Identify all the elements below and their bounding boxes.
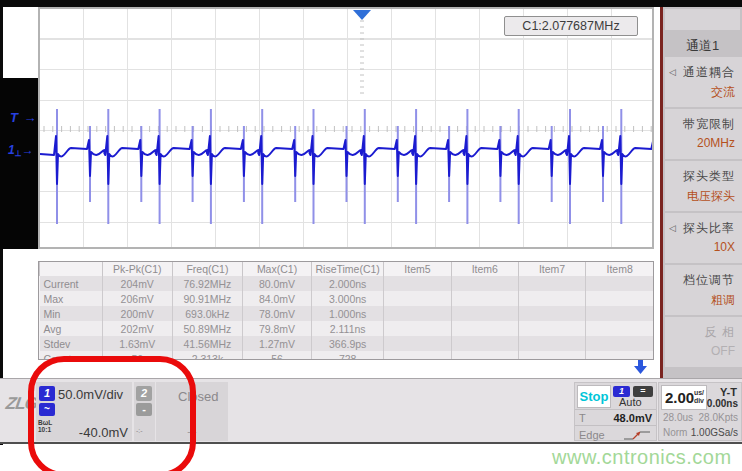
channel2-status-panel[interactable]: 2 - -:- xyxy=(134,382,155,441)
channel1-offset: -40.0mV xyxy=(36,425,128,440)
menu-item-label: 探头类型 xyxy=(683,168,735,185)
table-row: Max206mV90.91MHz84.0mV3.000ns xyxy=(40,291,654,306)
submenu-arrow-icon: ◁ xyxy=(669,223,676,233)
channel-menu: 通道1 ◁通道耦合交流带宽限制20MHz探头类型电压探头◁探头比率10X档位调节… xyxy=(660,7,742,378)
table-cell: 79.8mV xyxy=(242,321,311,336)
center-axis-ticks xyxy=(44,126,651,132)
table-cell xyxy=(451,291,518,306)
trigger-level-value: 48.0mV xyxy=(613,412,652,424)
timebase-unit: us/ div xyxy=(694,389,704,405)
menu-item-label: 反 相 xyxy=(705,324,735,341)
menu-item-5[interactable]: 档位调节粗调 xyxy=(665,265,742,315)
table-cell: 76.92MHz xyxy=(172,276,242,291)
channel1-scale: 50.0mV/div xyxy=(58,387,123,402)
timebase-scale-box[interactable]: 2.00 us/ div xyxy=(661,385,707,410)
table-row: Min200mV693.0kHz78.0mV1.000ns xyxy=(40,306,654,321)
table-cell xyxy=(586,291,653,306)
table-cell xyxy=(518,291,585,306)
table-cell xyxy=(586,306,653,321)
table-column-header: Item6 xyxy=(451,262,518,276)
table-row: Count562.313k56728 xyxy=(40,351,654,360)
table-column-header: Item7 xyxy=(518,262,585,276)
status-bar: ZLG® 1 50.0mV/div ~ BωL 10:1 -40.0mV 2 -… xyxy=(0,378,742,444)
trigger-mode: Auto xyxy=(619,396,642,408)
table-cell xyxy=(518,306,585,321)
table-row-label: Max xyxy=(40,291,103,306)
table-cell xyxy=(518,336,585,351)
menu-item-value: 粗调 xyxy=(711,292,735,309)
table-cell xyxy=(451,306,518,321)
table-scroll-down-icon[interactable] xyxy=(633,360,648,374)
table-cell: 50.89MHz xyxy=(172,321,242,336)
menu-title: 通道1 xyxy=(663,37,742,55)
frequency-readout: C1:2.077687MHz xyxy=(504,16,638,36)
menu-item-value: OFF xyxy=(711,344,735,358)
table-cell xyxy=(451,276,518,291)
table-cell: 78.0mV xyxy=(242,306,311,321)
acquisition-state[interactable]: Stop xyxy=(577,385,611,408)
table-cell xyxy=(518,276,585,291)
channel1-status-panel[interactable]: 1 50.0mV/div ~ BωL 10:1 -40.0mV xyxy=(36,382,132,441)
menu-item-label: 探头比率 xyxy=(683,220,735,237)
channel2-state: Closed xyxy=(178,389,218,404)
channel1-marker-number: 1 xyxy=(8,143,15,157)
channel2-offset: - - xyxy=(156,426,228,437)
trigger-panel[interactable]: Stop 1 = Auto T 48.0mV Edge xyxy=(574,382,657,441)
table-cell xyxy=(384,291,451,306)
table-cell: 56 xyxy=(102,351,172,360)
table-cell xyxy=(384,321,451,336)
table-cell: 200mV xyxy=(102,306,172,321)
trigger-type-row: Edge xyxy=(575,425,656,443)
table-cell xyxy=(451,351,518,360)
table-cell xyxy=(384,306,451,321)
trigger-level-marker[interactable]: T → xyxy=(10,110,38,125)
display-mode: Y-T xyxy=(720,386,737,398)
ac-coupling-icon: ~ xyxy=(39,403,55,416)
channel1-ground-marker[interactable]: 1⊥→ xyxy=(8,143,34,158)
menu-item-4[interactable]: ◁探头比率10X xyxy=(665,213,742,263)
timebase-panel[interactable]: 2.00 us/ div Y-T 0.00ns 28.0us 28.0Kpts … xyxy=(658,382,742,441)
menu-item-1[interactable]: ◁通道耦合交流 xyxy=(665,57,742,107)
trigger-level-label: T xyxy=(579,412,586,424)
table-column-header: Max(C1) xyxy=(242,262,311,276)
table-row-label: Avg xyxy=(40,321,103,336)
edge-slope-icon xyxy=(623,430,651,441)
menu-item-label: 带宽限制 xyxy=(683,116,735,133)
trigger-position-icon[interactable] xyxy=(353,10,371,20)
submenu-arrow-icon: ◁ xyxy=(669,67,676,77)
table-header-row: Pk-Pk(C1)Freq(C1)Max(C1)RiseTime(C1)Item… xyxy=(40,262,654,276)
trigger-level-row: T 48.0mV xyxy=(575,409,656,426)
trigger-delay: 0.00ns xyxy=(707,398,738,409)
table-cell xyxy=(451,336,518,351)
table-cell xyxy=(384,276,451,291)
table-cell: 2.313k xyxy=(172,351,242,360)
watermark: www.cntronics.com xyxy=(552,446,732,469)
timebase-scale: 2.00 xyxy=(665,389,694,406)
table-row: Stdev1.63mV41.56MHz1.27mV366.9ps xyxy=(40,336,654,351)
table-cell xyxy=(586,336,653,351)
table-column-header xyxy=(40,262,103,276)
table-column-header: Pk-Pk(C1) xyxy=(102,262,172,276)
measurement-table-wrap: Pk-Pk(C1)Freq(C1)Max(C1)RiseTime(C1)Item… xyxy=(38,261,654,360)
table-cell: 90.91MHz xyxy=(172,291,242,306)
channel2-badge: 2 xyxy=(136,386,152,401)
menu-item-2[interactable]: 带宽限制20MHz xyxy=(665,109,742,159)
table-row-label: Count xyxy=(40,351,103,360)
table-column-header: Freq(C1) xyxy=(172,262,242,276)
ground-icon: ⊥ xyxy=(15,149,22,158)
table-cell: 3.000ns xyxy=(312,291,384,306)
channel2-closed-panel[interactable]: Closed - - xyxy=(156,382,228,441)
table-row: Avg202mV50.89MHz79.8mV2.111ns xyxy=(40,321,654,336)
table-cell xyxy=(586,276,653,291)
arrow-icon: → xyxy=(22,143,34,157)
table-cell: 2.000ns xyxy=(312,276,384,291)
table-cell: 1.27mV xyxy=(242,336,311,351)
waveform-trace xyxy=(40,136,652,184)
waveform-plot[interactable]: C1:2.077687MHz xyxy=(38,7,654,249)
menu-item-3[interactable]: 探头类型电压探头 xyxy=(665,161,742,211)
table-cell xyxy=(451,321,518,336)
waveform-svg xyxy=(40,9,652,247)
menu-item-value: 20MHz xyxy=(697,136,735,150)
table-cell: 56 xyxy=(242,351,311,360)
table-cell: 1.63mV xyxy=(102,336,172,351)
